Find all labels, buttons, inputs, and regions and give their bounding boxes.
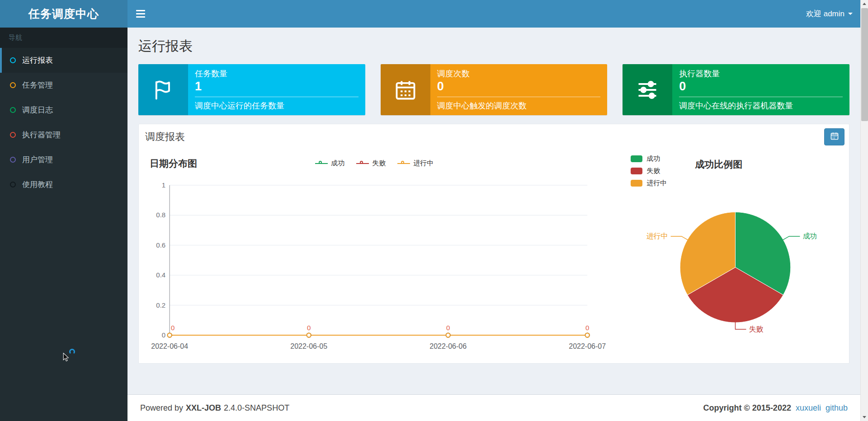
- svg-text:成功: 成功: [803, 232, 817, 240]
- info-box-description: 调度中心运行的任务数量: [195, 100, 359, 111]
- hamburger-icon: [136, 10, 145, 11]
- sidebar-item-运行报表[interactable]: 运行报表: [0, 48, 127, 73]
- sidebar-item-用户管理[interactable]: 用户管理: [0, 147, 127, 172]
- triangle-down-icon: [863, 416, 866, 418]
- calendar-icon: [381, 64, 430, 115]
- copyright-text: Copyright © 2015-2022: [703, 403, 791, 413]
- sidebar-item-使用教程[interactable]: 使用教程: [0, 172, 127, 197]
- legend-label: 失败: [646, 167, 660, 175]
- info-box-title: 任务数量: [195, 68, 359, 79]
- circle-icon: [10, 182, 16, 187]
- legend-item-进行中[interactable]: 进行中: [631, 179, 667, 187]
- sidebar-item-调度日志[interactable]: 调度日志: [0, 98, 127, 122]
- footer-right: Copyright © 2015-2022 xuxueli github: [703, 403, 848, 413]
- legend-label: 成功: [646, 154, 660, 163]
- legend-label: 进行中: [646, 179, 667, 187]
- sidebar-menu: 运行报表任务管理调度日志执行器管理用户管理使用教程: [0, 48, 127, 197]
- sidebar-item-label: 使用教程: [22, 179, 53, 190]
- info-box-content: 任务数量1调度中心运行的任务数量: [188, 64, 365, 115]
- github-link[interactable]: github: [826, 403, 848, 413]
- sidebar-item-label: 用户管理: [22, 154, 53, 165]
- welcome-text: 欢迎 admin: [806, 9, 844, 19]
- brand-name: XXL-JOB: [186, 403, 221, 413]
- sidebar-item-任务管理[interactable]: 任务管理: [0, 73, 127, 98]
- svg-text:2022-06-06: 2022-06-06: [429, 342, 467, 350]
- divider: [195, 97, 359, 97]
- svg-text:0: 0: [307, 324, 311, 332]
- scroll-up-button[interactable]: [861, 0, 868, 8]
- pie-chart-title: 成功比例图: [695, 158, 742, 187]
- mouse-cursor: [61, 353, 71, 364]
- sidebar-item-label: 调度日志: [22, 105, 53, 115]
- footer: Powered by XXL-JOB 2.4.0-SNAPSHOT Copyri…: [127, 394, 860, 421]
- legend-swatch-icon: [631, 180, 642, 187]
- line-chart-section: 日期分布图 成功失败进行中 00.20.40.60.812022-06-0420…: [142, 152, 606, 355]
- sidebar-item-label: 运行报表: [22, 55, 53, 65]
- legend-item-失败[interactable]: 失败: [356, 159, 386, 168]
- powered-prefix: Powered by: [140, 403, 183, 413]
- info-box-调度次数: 调度次数0调度中心触发的调度次数: [381, 64, 608, 115]
- legend-item-失败[interactable]: 失败: [631, 167, 667, 175]
- sidebar-item-label: 任务管理: [22, 80, 53, 90]
- scrollbar-thumb[interactable]: [861, 8, 868, 121]
- divider: [679, 97, 843, 97]
- powered-by: Powered by XXL-JOB 2.4.0-SNAPSHOT: [140, 403, 289, 413]
- circle-icon: [10, 132, 16, 138]
- app-title: 任务调度中心: [28, 6, 99, 21]
- info-box-content: 执行器数量0调度中心在线的执行器机器数量: [672, 64, 849, 115]
- svg-text:2022-06-04: 2022-06-04: [151, 342, 188, 350]
- legend-swatch-icon: [631, 155, 642, 162]
- brand-version: 2.4.0-SNAPSHOT: [224, 403, 289, 413]
- svg-text:0: 0: [162, 331, 165, 339]
- line-chart-legend: 成功失败进行中: [142, 154, 606, 168]
- report-panel-body: 日期分布图 成功失败进行中 00.20.40.60.812022-06-0420…: [139, 149, 849, 363]
- pie-chart: 成功失败进行中: [606, 187, 845, 341]
- circle-icon: [10, 107, 16, 113]
- xuxueli-link[interactable]: xuxueli: [796, 403, 821, 413]
- legend-item-成功[interactable]: 成功: [315, 159, 344, 168]
- divider: [437, 97, 601, 97]
- app-root: 任务调度中心 欢迎 admin 导航 运行报表任务管理调度日志执行器管理用户管理…: [0, 0, 868, 421]
- line-marker-icon: [315, 161, 328, 166]
- caret-down-icon: [848, 13, 853, 15]
- legend-item-成功[interactable]: 成功: [631, 154, 667, 163]
- vertical-scrollbar[interactable]: [860, 0, 868, 421]
- pie-chart-legend: 成功失败进行中: [631, 154, 667, 187]
- legend-item-进行中[interactable]: 进行中: [397, 159, 434, 168]
- triangle-up-icon: [863, 3, 866, 5]
- app-logo[interactable]: 任务调度中心: [0, 0, 127, 28]
- legend-label: 成功: [331, 159, 344, 168]
- svg-text:0.8: 0.8: [156, 211, 165, 219]
- info-box-任务数量: 任务数量1调度中心运行的任务数量: [138, 64, 365, 115]
- svg-text:0: 0: [171, 324, 175, 332]
- pie-chart-section: 成功失败进行中 成功比例图 成功失败进行中: [606, 152, 845, 355]
- info-box-value: 1: [195, 80, 359, 94]
- sidebar-toggle-button[interactable]: [127, 0, 154, 28]
- sidebar-item-执行器管理[interactable]: 执行器管理: [0, 122, 127, 147]
- sidebar-section-label: 导航: [0, 28, 127, 48]
- user-menu[interactable]: 欢迎 admin: [797, 0, 868, 28]
- content-area: 运行报表 任务数量1调度中心运行的任务数量调度次数0调度中心触发的调度次数执行器…: [127, 28, 860, 394]
- legend-label: 进行中: [413, 159, 434, 168]
- report-panel-title: 调度报表: [145, 130, 185, 144]
- info-box-description: 调度中心在线的执行器机器数量: [679, 100, 843, 111]
- legend-label: 失败: [372, 159, 386, 168]
- report-panel-header: 调度报表: [139, 124, 849, 149]
- info-box-content: 调度次数0调度中心触发的调度次数: [430, 64, 608, 115]
- line-marker-icon: [356, 161, 369, 166]
- svg-text:0: 0: [585, 324, 589, 332]
- svg-text:1: 1: [162, 181, 165, 189]
- top-navbar: 欢迎 admin: [127, 0, 868, 28]
- flag-icon: [138, 64, 188, 115]
- info-box-value: 0: [437, 80, 601, 94]
- date-filter-button[interactable]: [824, 128, 844, 145]
- info-box-title: 调度次数: [437, 68, 601, 79]
- info-box-执行器数量: 执行器数量0调度中心在线的执行器机器数量: [623, 64, 849, 115]
- circle-icon: [10, 157, 16, 163]
- sliders-icon: [623, 64, 672, 115]
- header: 任务调度中心 欢迎 admin: [0, 0, 868, 28]
- svg-text:0.2: 0.2: [156, 301, 165, 309]
- info-box-value: 0: [679, 80, 843, 94]
- scroll-down-button[interactable]: [861, 413, 868, 421]
- circle-icon: [10, 57, 16, 63]
